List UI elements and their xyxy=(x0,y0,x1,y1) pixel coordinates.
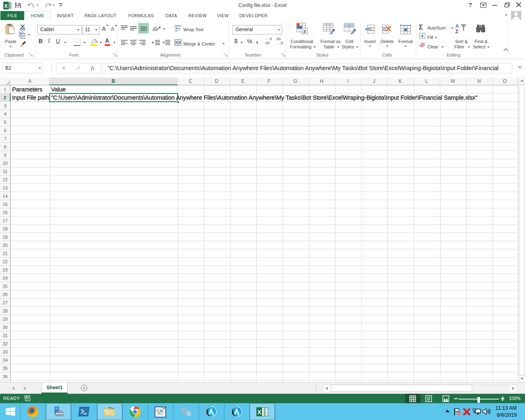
svg-text:X: X xyxy=(258,409,262,415)
svg-text:X: X xyxy=(4,3,8,9)
svg-text:ab: ab xyxy=(153,25,158,32)
svg-text:≠: ≠ xyxy=(303,28,306,34)
svg-text:Z: Z xyxy=(455,29,458,34)
svg-text:A: A xyxy=(455,23,459,29)
